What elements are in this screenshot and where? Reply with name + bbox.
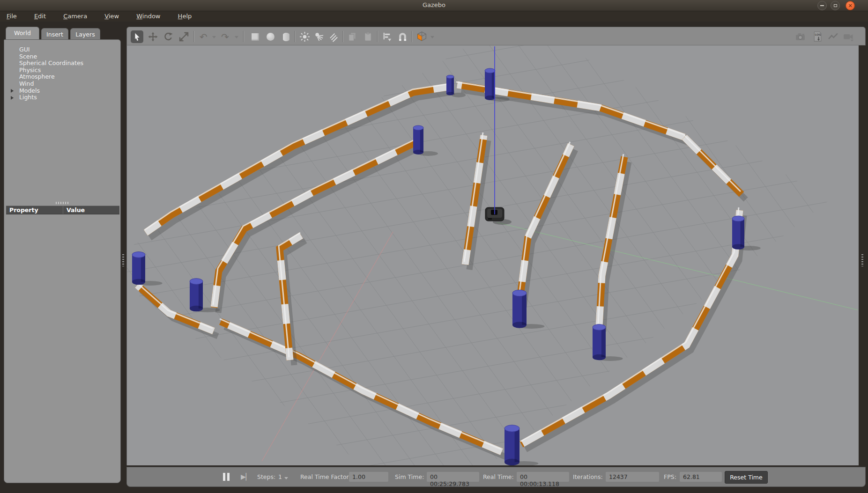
copy-button[interactable]	[346, 30, 359, 43]
tree-item-gui[interactable]: GUI	[4, 46, 120, 53]
pause-button[interactable]	[223, 473, 233, 481]
camera-icon	[794, 31, 806, 43]
screenshot-button[interactable]	[794, 30, 807, 43]
left-splitter-handle[interactable]	[122, 254, 124, 266]
step-icon: ▶▏	[241, 473, 251, 480]
close-icon: ✕	[848, 3, 852, 9]
toolbar-separator	[377, 31, 378, 42]
align-icon	[382, 31, 393, 42]
tab-insert[interactable]: Insert	[41, 28, 68, 39]
directional-light-button[interactable]	[327, 30, 340, 43]
iterations-label: Iterations:	[573, 473, 603, 480]
translate-tool-button[interactable]	[147, 30, 159, 43]
models-expand-icon[interactable]	[11, 89, 14, 93]
barrier-outer-right-upper	[683, 134, 746, 199]
tab-world[interactable]: World	[6, 27, 39, 39]
undo-history-dropdown[interactable]	[212, 36, 216, 38]
barrier-center-left-wall	[464, 132, 488, 270]
log-file-icon: LOG	[812, 31, 823, 43]
select-tool-button[interactable]	[131, 30, 143, 43]
real-time-field[interactable]: 00 00:00:13.118	[517, 472, 569, 482]
paste-button[interactable]	[362, 30, 374, 43]
tree-item-scene[interactable]: Scene	[4, 53, 120, 60]
tree-item-wind[interactable]: Wind	[4, 81, 120, 88]
panel-splitter-grip[interactable]	[56, 202, 70, 204]
toolbar-separator	[342, 31, 343, 42]
barrier-center-right-wall	[519, 142, 575, 307]
tree-item-physics[interactable]: Physics	[4, 67, 120, 74]
real-time-factor-field[interactable]: 1.00	[349, 472, 388, 482]
tree-item-spherical-coordinates[interactable]: Spherical Coordinates	[4, 60, 120, 67]
toolbar-separator	[243, 31, 244, 42]
steps-dropdown-icon[interactable]	[284, 477, 288, 479]
data-logger-button[interactable]: LOG	[811, 30, 824, 43]
sim-time-field[interactable]: 00 00:25:29.783	[427, 472, 479, 482]
title-bar[interactable]: Gazebo ✕	[0, 0, 868, 11]
plot-button[interactable]	[827, 30, 839, 43]
steps-value[interactable]: 1	[278, 473, 282, 480]
iterations-field[interactable]: 12437	[606, 472, 659, 482]
minimize-button[interactable]	[817, 1, 827, 10]
blue-cylinder	[593, 324, 623, 361]
magnet-icon	[397, 31, 408, 42]
side-panel: World Insert Layers GUI Scene Spherical …	[4, 27, 121, 483]
insert-cylinder-button[interactable]	[280, 30, 292, 43]
insert-sphere-button[interactable]	[264, 30, 277, 43]
sphere-icon	[267, 33, 274, 41]
right-splitter-handle[interactable]	[861, 254, 863, 266]
menu-help[interactable]: Help	[173, 12, 197, 21]
svg-text:LOG: LOG	[815, 33, 821, 36]
snap-button[interactable]	[396, 30, 409, 43]
close-button[interactable]: ✕	[846, 1, 855, 10]
sim-time-label: Sim Time:	[395, 473, 424, 480]
menu-window[interactable]: Window	[132, 12, 165, 21]
redo-button[interactable]: ↷	[219, 30, 231, 43]
view-angle-button[interactable]	[415, 30, 428, 43]
menu-view[interactable]: View	[100, 12, 124, 21]
point-light-button[interactable]	[298, 30, 311, 43]
menu-file[interactable]: File	[2, 12, 22, 21]
pause-icon	[223, 473, 225, 481]
rotate-tool-button[interactable]	[162, 30, 175, 43]
undo-icon: ↶	[200, 31, 208, 43]
steps-label: Steps:	[257, 473, 275, 480]
tree-item-lights[interactable]: Lights	[4, 94, 120, 101]
video-record-button[interactable]	[842, 30, 854, 43]
tree-item-atmosphere[interactable]: Atmosphere	[4, 74, 120, 81]
box-icon	[252, 33, 259, 41]
undo-button[interactable]: ↶	[197, 30, 210, 43]
property-column-header[interactable]: Property	[6, 206, 63, 214]
tab-layers[interactable]: Layers	[70, 28, 100, 39]
gazebo-3d-scene[interactable]	[127, 45, 859, 465]
toolbar-separator	[295, 31, 295, 42]
real-time-label: Real Time:	[483, 473, 514, 480]
view-cube-icon	[416, 31, 428, 43]
insert-box-button[interactable]	[249, 30, 261, 43]
tree-item-models[interactable]: Models	[4, 88, 120, 95]
scale-tool-button[interactable]	[178, 30, 190, 43]
move-icon	[148, 31, 158, 42]
value-column-header[interactable]: Value	[63, 206, 85, 214]
world-tree: GUI Scene Spherical Coordinates Physics …	[4, 46, 120, 101]
paste-icon	[363, 31, 373, 42]
step-button[interactable]: ▶▏	[241, 473, 251, 480]
lights-expand-icon[interactable]	[11, 96, 14, 100]
simulation-status-bar: ▶▏ Steps: 1 Real Time Factor: 1.00 Sim T…	[126, 467, 866, 487]
menu-camera[interactable]: Camera	[59, 12, 92, 21]
redo-history-dropdown[interactable]	[235, 36, 238, 38]
rotate-icon	[163, 31, 174, 42]
spot-light-button[interactable]	[313, 30, 326, 43]
maximize-button[interactable]	[831, 1, 840, 10]
align-button[interactable]	[381, 30, 393, 43]
view-angle-dropdown[interactable]	[430, 36, 434, 38]
maximize-icon	[834, 4, 837, 7]
world-panel: GUI Scene Spherical Coordinates Physics …	[4, 39, 121, 483]
fps-field[interactable]: 62.81	[680, 472, 722, 482]
reset-time-button[interactable]: Reset Time	[725, 471, 768, 484]
menu-edit[interactable]: Edit	[30, 12, 51, 21]
render-viewport[interactable]	[126, 45, 859, 465]
redo-icon: ↷	[221, 31, 229, 43]
directional-light-icon	[328, 31, 339, 42]
property-table-header[interactable]: Property Value	[6, 206, 119, 214]
robot-model[interactable]	[485, 207, 512, 225]
